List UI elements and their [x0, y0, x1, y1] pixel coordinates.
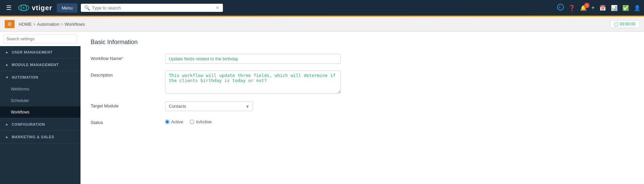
- sidebar-section-automation-header[interactable]: ▼ AUTOMATION: [0, 71, 80, 83]
- search-input[interactable]: [92, 5, 213, 11]
- workflow-name-row: Workflow Name*: [91, 54, 634, 64]
- sidebar-section-user-management-header[interactable]: ► USER MANAGEMENT: [0, 46, 80, 58]
- sidebar-section-marketing-sales-header[interactable]: ► MARKETING & SALES: [0, 131, 80, 143]
- sidebar-section-module-management: ► MODULE MANAGEMENT: [0, 59, 80, 71]
- status-inactive-label[interactable]: InActive: [190, 119, 211, 124]
- sidebar: ► USER MANAGEMENT ► MODULE MANAGEMENT ▼ …: [0, 32, 80, 184]
- logo: vtiger: [18, 4, 52, 12]
- status-row: Status Active InActive: [91, 118, 634, 125]
- logo-icon: [18, 4, 30, 12]
- logo-text: vtiger: [32, 4, 52, 12]
- target-module-field: Contacts Leads Accounts Opportunities ▼: [165, 101, 341, 111]
- bell-icon[interactable]: 🔔 5: [580, 5, 587, 11]
- sidebar-item-label: CONFIGURATION: [12, 122, 45, 126]
- breadcrumb-sep1: >: [33, 22, 36, 27]
- help-icon[interactable]: ❓: [569, 5, 575, 11]
- sidebar-section-user-management: ► USER MANAGEMENT: [0, 46, 80, 59]
- breadcrumb-current: Workflows: [65, 22, 85, 27]
- workflow-name-input[interactable]: [165, 54, 341, 64]
- top-navbar: ☰ vtiger Menu 🔍 ✕ X ❓ 🔔 5 + 📅 📊 ✅ 👤: [0, 0, 644, 16]
- sidebar-item-workflows[interactable]: Workflows: [0, 106, 80, 118]
- target-module-row: Target Module Contacts Leads Accounts Op…: [91, 101, 634, 111]
- description-label: Description: [91, 70, 158, 78]
- status-active-radio[interactable]: [165, 120, 169, 124]
- svg-point-2: [23, 7, 24, 8]
- status-radio-group: Active InActive: [165, 118, 341, 124]
- sidebar-item-scheduler[interactable]: Scheduler: [0, 95, 80, 106]
- page-title: Basic Information: [91, 39, 634, 46]
- target-module-label: Target Module: [91, 101, 158, 108]
- sidebar-item-webforms[interactable]: Webforms: [0, 83, 80, 95]
- chevron-right-icon: ►: [5, 50, 9, 54]
- navbar-right: X ❓ 🔔 5 + 📅 📊 ✅ 👤: [557, 4, 641, 12]
- status-label: Status: [91, 118, 158, 125]
- sidebar-item-label: MARKETING & SALES: [12, 135, 54, 139]
- sidebar-section-automation: ▼ AUTOMATION Webforms Scheduler Workflow…: [0, 71, 80, 118]
- sidebar-item-label: MODULE MANAGEMENT: [12, 63, 59, 67]
- description-field: [165, 70, 341, 95]
- sidebar-section-marketing-sales: ► MARKETING & SALES: [0, 131, 80, 143]
- description-row: Description: [91, 70, 634, 95]
- status-field: Active InActive: [165, 118, 341, 124]
- description-textarea[interactable]: [165, 70, 341, 94]
- svg-text:X: X: [558, 5, 561, 9]
- workflow-name-field: [165, 54, 341, 64]
- timer: ◯ 00:00:00: [610, 20, 639, 28]
- chart-icon[interactable]: 📊: [611, 5, 618, 11]
- status-inactive-radio[interactable]: [190, 120, 194, 124]
- main-layout: ► USER MANAGEMENT ► MODULE MANAGEMENT ▼ …: [0, 32, 644, 184]
- chevron-right-icon: ►: [5, 135, 9, 139]
- target-module-select[interactable]: Contacts Leads Accounts Opportunities: [165, 101, 253, 111]
- add-icon[interactable]: +: [592, 5, 595, 11]
- vtiger-icon[interactable]: X: [557, 4, 564, 12]
- calendar-icon[interactable]: 📅: [599, 5, 606, 11]
- clear-search-icon[interactable]: ✕: [215, 5, 220, 11]
- menu-button[interactable]: Menu: [57, 3, 77, 13]
- clock-icon: ◯: [614, 22, 618, 26]
- breadcrumb-home[interactable]: HOME: [19, 22, 32, 27]
- chevron-down-icon: ▼: [5, 76, 9, 79]
- breadcrumb-sep2: >: [61, 22, 63, 27]
- required-indicator: *: [122, 56, 123, 61]
- target-module-select-wrap: Contacts Leads Accounts Opportunities ▼: [165, 101, 253, 111]
- status-active-label[interactable]: Active: [165, 119, 183, 124]
- notification-badge: 5: [584, 3, 590, 8]
- chevron-right-icon: ►: [5, 123, 9, 126]
- workflow-name-label: Workflow Name*: [91, 54, 158, 61]
- sidebar-section-configuration: ► CONFIGURATION: [0, 118, 80, 131]
- search-bar: 🔍 ✕: [81, 4, 223, 12]
- status-inactive-text: InActive: [196, 119, 211, 124]
- hamburger-icon[interactable]: ☰: [3, 3, 14, 13]
- content-area: Basic Information Workflow Name* Descrip…: [80, 32, 644, 184]
- breadcrumb-automation[interactable]: Automation: [37, 22, 60, 27]
- sidebar-search-input[interactable]: [3, 35, 77, 43]
- sidebar-section-module-management-header[interactable]: ► MODULE MANAGEMENT: [0, 59, 80, 71]
- tasks-icon[interactable]: ✅: [622, 5, 629, 11]
- status-active-text: Active: [171, 119, 183, 124]
- chevron-right-icon: ►: [5, 63, 9, 67]
- sidebar-item-label: AUTOMATION: [12, 75, 38, 79]
- breadcrumb: ⚙ HOME > Automation > Workflows ◯ 00:00:…: [0, 17, 644, 32]
- user-icon[interactable]: 👤: [634, 5, 641, 11]
- sidebar-section-configuration-header[interactable]: ► CONFIGURATION: [0, 118, 80, 130]
- sidebar-search-wrapper: [0, 32, 80, 46]
- timer-value: 00:00:00: [620, 22, 636, 26]
- search-icon: 🔍: [84, 5, 90, 11]
- sidebar-item-label: USER MANAGEMENT: [12, 50, 52, 54]
- settings-icon[interactable]: ⚙: [5, 20, 15, 28]
